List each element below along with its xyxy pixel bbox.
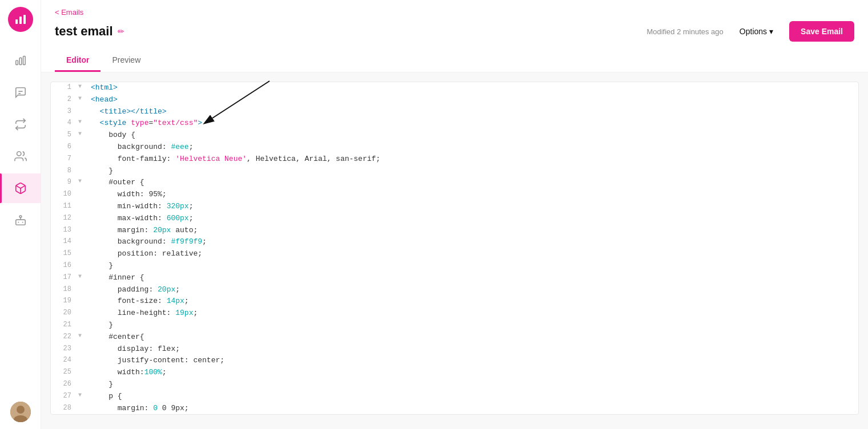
svg-rect-10 [15, 220, 25, 225]
code-line: 14 background: #f9f9f9; [51, 236, 858, 248]
editor-area[interactable]: 1 ▼ <html> 2 ▼ <head> 3 <title></title> [41, 72, 868, 429]
svg-rect-2 [23, 15, 26, 24]
save-email-button[interactable]: Save Email [789, 21, 854, 42]
code-line: 13 margin: 20px auto; [51, 225, 858, 237]
logo-icon [14, 13, 27, 26]
back-link[interactable]: < Emails [55, 8, 854, 17]
code-line: 23 display: flex; [51, 343, 858, 355]
tab-editor[interactable]: Editor [55, 50, 101, 72]
svg-rect-1 [19, 17, 22, 24]
code-line: 25 width:100%; [51, 367, 858, 379]
code-line: 12 max-width: 600px; [51, 213, 858, 225]
sidebar-item-analytics[interactable] [0, 46, 41, 75]
tabs: Editor Preview [55, 50, 854, 72]
svg-point-16 [17, 406, 25, 414]
code-line: 11 min-width: 320px; [51, 201, 858, 213]
code-line: 24 justify-content: center; [51, 355, 858, 367]
code-line: 3 <title></title> [51, 106, 858, 118]
bot-icon [14, 214, 27, 226]
code-line: 21 } [51, 319, 858, 331]
svg-rect-4 [19, 58, 22, 64]
sidebar-nav [0, 46, 41, 402]
code-line: 20 line-height: 19px; [51, 307, 858, 319]
code-line: 22 ▼ #center{ [51, 331, 858, 343]
avatar[interactable] [10, 402, 31, 422]
sidebar-item-audience[interactable] [0, 141, 41, 171]
svg-rect-3 [15, 60, 18, 64]
sidebar-item-emails[interactable] [0, 173, 41, 203]
code-line: 8 } [51, 165, 858, 177]
sidebar [0, 0, 41, 429]
code-container: 1 ▼ <html> 2 ▼ <head> 3 <title></title> [50, 82, 859, 415]
code-line: 5 ▼ body { [51, 129, 858, 141]
avatar-image [10, 402, 31, 422]
edit-icon[interactable]: ✏ [118, 27, 124, 36]
code-line: 27 ▼ p { [51, 391, 858, 403]
options-button[interactable]: Options ▾ [733, 22, 780, 41]
title-row: test email ✏ Modified 2 minutes ago Opti… [55, 21, 854, 42]
code-line: 19 font-size: 14px; [51, 296, 858, 307]
title-right: Modified 2 minutes ago Options ▾ Save Em… [646, 21, 854, 42]
sidebar-item-automations[interactable] [0, 110, 41, 139]
svg-point-8 [17, 152, 21, 156]
code-line: 26 } [51, 379, 858, 391]
code-line: 10 width: 95%; [51, 189, 858, 201]
analytics-icon [14, 54, 27, 67]
audience-icon [14, 150, 27, 163]
tab-preview[interactable]: Preview [101, 50, 152, 72]
code-line: 9 ▼ #outer { [51, 177, 858, 189]
chevron-down-icon: ▾ [769, 27, 773, 36]
code-line: 6 background: #eee; [51, 141, 858, 153]
code-line: 16 } [51, 260, 858, 272]
sidebar-item-bot[interactable] [0, 205, 41, 235]
code-line: 1 ▼ <html> [51, 82, 858, 94]
code-line: 4 ▼ <style type="text/css"> [51, 118, 858, 129]
code-line: 18 padding: 20px; [51, 284, 858, 296]
campaigns-icon [14, 86, 27, 99]
code-line: 15 position: relative; [51, 248, 858, 260]
sidebar-item-campaigns[interactable] [0, 78, 41, 107]
svg-rect-5 [23, 56, 25, 65]
modified-text: Modified 2 minutes ago [646, 27, 723, 36]
page-title: test email [55, 24, 113, 39]
sidebar-bottom [10, 402, 31, 422]
svg-point-11 [19, 216, 22, 218]
main-content: < Emails test email ✏ Modified 2 minutes… [41, 0, 868, 429]
code-line: 17 ▼ #inner { [51, 272, 858, 284]
title-left: test email ✏ [55, 24, 124, 39]
app-logo[interactable] [8, 7, 33, 32]
code-line: 2 ▼ <head> [51, 94, 858, 106]
emails-icon [14, 182, 27, 195]
content-wrapper: 1 ▼ <html> 2 ▼ <head> 3 <title></title> [41, 72, 868, 429]
topbar: < Emails test email ✏ Modified 2 minutes… [41, 0, 868, 72]
svg-rect-0 [15, 19, 18, 24]
automations-icon [14, 118, 27, 131]
code-line: 7 font-family: 'Helvetica Neue', Helveti… [51, 153, 858, 165]
code-line: 28 margin: 0 0 9px; [51, 403, 858, 415]
